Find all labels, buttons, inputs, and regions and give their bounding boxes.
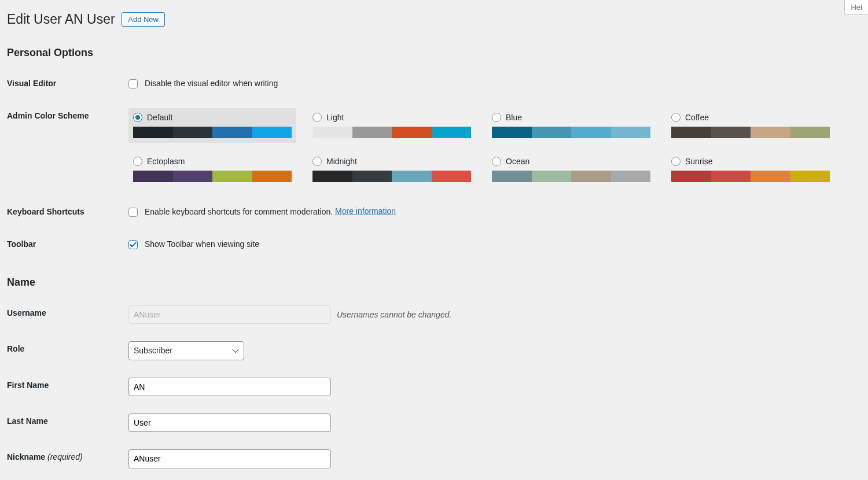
color-scheme-radio-blue[interactable] — [492, 113, 501, 122]
username-note: Usernames cannot be changed. — [337, 310, 451, 319]
keyboard-shortcuts-checkbox-label: Enable keyboard shortcuts for comment mo… — [145, 208, 335, 217]
last-name-input[interactable] — [128, 413, 331, 432]
page-title: Edit User AN User — [7, 6, 115, 31]
color-scheme-label: Blue — [506, 113, 522, 122]
color-swatches — [133, 127, 292, 138]
color-scheme-label: Sunrise — [685, 157, 712, 166]
keyboard-shortcuts-label: Keyboard Shortcuts — [7, 195, 123, 228]
color-scheme-ocean[interactable]: Ocean — [487, 152, 655, 187]
toolbar-label: Toolbar — [7, 228, 123, 260]
color-scheme-label: Coffee — [685, 113, 709, 122]
color-scheme-radio-light[interactable] — [312, 113, 322, 122]
color-scheme-blue[interactable]: Blue — [487, 108, 655, 143]
color-scheme-default[interactable]: Default — [128, 108, 296, 143]
help-tab[interactable]: Hel — [844, 0, 868, 15]
last-name-label: Last Name — [7, 405, 123, 441]
color-scheme-label: Midnight — [326, 157, 357, 166]
color-swatches — [312, 127, 471, 138]
username-input — [128, 305, 331, 324]
visual-editor-checkbox-label: Disable the visual editor when writing — [145, 79, 278, 88]
color-swatches — [133, 171, 292, 182]
color-scheme-radio-ectoplasm[interactable] — [133, 157, 142, 166]
color-scheme-midnight[interactable]: Midnight — [308, 152, 476, 187]
nickname-input[interactable] — [128, 449, 331, 468]
keyboard-shortcuts-checkbox[interactable] — [128, 208, 138, 217]
color-scheme-coffee[interactable]: Coffee — [667, 108, 834, 143]
toolbar-checkbox-label: Show Toolbar when viewing site — [145, 240, 259, 249]
add-new-button[interactable]: Add New — [122, 12, 165, 27]
section-name: Name — [7, 276, 856, 289]
role-label: Role — [7, 333, 123, 368]
username-label: Username — [7, 297, 123, 333]
color-scheme-label: Default — [147, 113, 172, 122]
first-name-label: First Name — [7, 369, 123, 405]
nickname-label: Nickname (required) — [7, 441, 123, 477]
color-swatches — [671, 171, 830, 182]
visual-editor-label: Visual Editor — [7, 67, 123, 99]
color-scheme-radio-coffee[interactable] — [671, 113, 681, 122]
color-swatches — [492, 127, 650, 138]
color-swatches — [671, 127, 830, 138]
color-scheme-label: Ectoplasm — [147, 157, 185, 166]
color-scheme-radio-default[interactable] — [133, 113, 142, 122]
toolbar-checkbox[interactable] — [128, 240, 138, 249]
more-information-link[interactable]: More information — [335, 206, 396, 216]
color-scheme-radio-midnight[interactable] — [312, 157, 322, 166]
admin-color-scheme-label: Admin Color Scheme — [7, 99, 123, 195]
visual-editor-checkbox[interactable] — [128, 79, 138, 88]
color-scheme-radio-ocean[interactable] — [492, 157, 501, 166]
color-scheme-label: Ocean — [506, 157, 529, 166]
role-select[interactable]: Subscriber — [128, 341, 244, 360]
color-scheme-light[interactable]: Light — [308, 108, 476, 143]
nickname-required: (required) — [47, 452, 83, 461]
color-swatches — [312, 171, 471, 182]
first-name-input[interactable] — [128, 378, 331, 396]
color-swatches — [492, 171, 650, 182]
color-scheme-ectoplasm[interactable]: Ectoplasm — [128, 152, 296, 187]
role-select-value: Subscriber — [134, 344, 172, 357]
section-personal-options: Personal Options — [7, 47, 856, 59]
color-scheme-sunrise[interactable]: Sunrise — [667, 152, 834, 187]
color-scheme-radio-sunrise[interactable] — [671, 157, 681, 166]
color-scheme-label: Light — [326, 113, 344, 122]
